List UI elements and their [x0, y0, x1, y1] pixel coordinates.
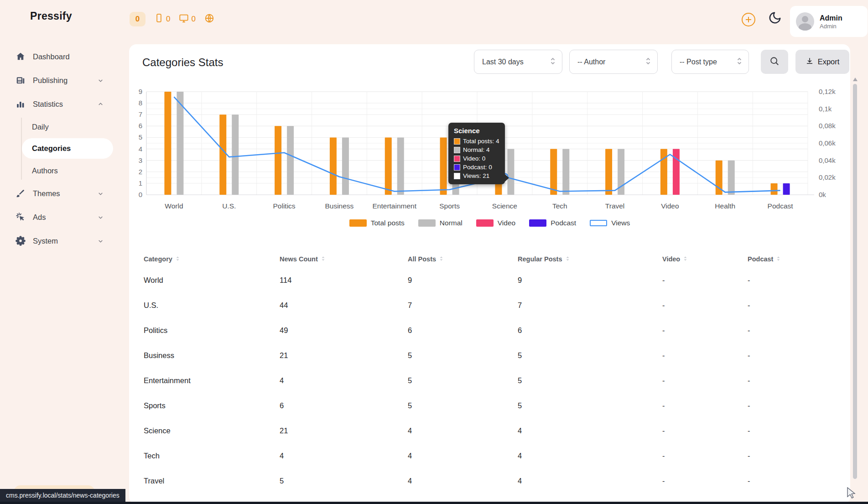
sort-icon[interactable] — [176, 255, 180, 263]
table-cell: 9 — [518, 276, 662, 285]
legend-item-podcast[interactable]: Podcast — [529, 219, 576, 227]
table-row[interactable]: World11499-- — [144, 268, 831, 293]
tooltip-row-text: Views: 21 — [463, 172, 489, 179]
table-header: CategoryNews CountAll PostsRegular Posts… — [144, 250, 831, 268]
svg-text:Video: Video — [661, 202, 679, 210]
sidebar-item-statistics[interactable]: Statistics — [0, 92, 114, 116]
column-header-regular-posts[interactable]: Regular Posts — [518, 255, 662, 263]
sidebar-subitem-daily[interactable]: Daily — [22, 116, 113, 138]
column-header-category[interactable]: Category — [144, 255, 280, 263]
mobile-counter[interactable]: 0 — [154, 13, 170, 25]
bar[interactable] — [728, 161, 735, 195]
table-cell: U.S. — [144, 301, 280, 310]
bar[interactable] — [771, 183, 778, 195]
bar[interactable] — [507, 149, 514, 195]
bar[interactable] — [164, 92, 171, 195]
table-row[interactable]: Science2144-- — [144, 418, 831, 443]
table-cell: 4 — [518, 477, 662, 485]
bar[interactable] — [605, 149, 612, 195]
bar[interactable] — [673, 149, 680, 195]
bar[interactable] — [397, 137, 404, 195]
bar[interactable] — [385, 137, 392, 195]
status-url-bar: cms.pressify.local/stats/news-categories — [0, 489, 125, 502]
author-select[interactable]: -- Author — [569, 50, 658, 74]
user-role: Admin — [820, 23, 842, 30]
draft-count-badge[interactable]: 0 — [130, 12, 146, 26]
bar[interactable] — [232, 114, 239, 195]
sort-icon[interactable] — [683, 255, 687, 263]
bar[interactable] — [440, 137, 447, 195]
bar[interactable] — [342, 137, 349, 195]
bar[interactable] — [219, 114, 226, 195]
table-cell: 5 — [518, 351, 662, 360]
language-globe[interactable] — [204, 13, 214, 26]
legend-item-video[interactable]: Video — [476, 219, 515, 227]
svg-text:Podcast: Podcast — [768, 202, 794, 210]
legend-swatch — [590, 220, 607, 226]
tooltip-swatch — [454, 147, 460, 153]
sort-icon[interactable] — [321, 255, 325, 263]
tooltip-arrow — [504, 174, 509, 182]
tooltip-row: Total posts: 4 — [454, 138, 499, 145]
table-row[interactable]: U.S.4477-- — [144, 293, 831, 318]
sidebar-item-system[interactable]: System — [0, 229, 114, 253]
svg-text:0k: 0k — [819, 191, 826, 198]
sidebar-item-publishing[interactable]: Publishing — [0, 68, 114, 92]
dark-mode-toggle[interactable] — [767, 11, 783, 26]
period-select[interactable]: Last 30 days — [474, 50, 562, 74]
table-cell: 49 — [280, 326, 408, 335]
legend-item-normal[interactable]: Normal — [418, 219, 463, 227]
tooltip-row: Podcast: 0 — [454, 164, 499, 171]
desktop-counter[interactable]: 0 — [179, 13, 195, 26]
scrollbar-thumb[interactable] — [853, 84, 857, 479]
user-menu[interactable]: Admin Admin — [790, 6, 868, 37]
table-row[interactable]: Entertainment455-- — [144, 368, 831, 393]
bar[interactable] — [562, 149, 569, 195]
bar[interactable] — [287, 126, 294, 195]
add-button[interactable] — [742, 13, 755, 26]
legend-label: Video — [498, 219, 515, 227]
sidebar-subitem-authors[interactable]: Authors — [22, 160, 113, 182]
legend-item-total-posts[interactable]: Total posts — [349, 219, 405, 227]
chevron-down-icon — [97, 238, 104, 244]
table-row[interactable]: Tech444-- — [144, 443, 831, 468]
sort-icon[interactable] — [776, 255, 780, 263]
status-url: cms.pressify.local/stats/news-categories — [6, 492, 120, 499]
column-header-video[interactable]: Video — [662, 255, 748, 263]
svg-text:2: 2 — [139, 168, 142, 176]
table-row[interactable]: Sports655-- — [144, 393, 831, 418]
svg-text:U.S.: U.S. — [222, 202, 236, 210]
table-row[interactable]: Travel544-- — [144, 468, 831, 494]
sidebar-subitem-categories[interactable]: Categories — [22, 138, 113, 159]
bar[interactable] — [275, 126, 281, 195]
bar[interactable] — [330, 137, 337, 195]
desktop-count: 0 — [191, 15, 195, 24]
bar[interactable] — [550, 149, 557, 195]
table-cell: - — [662, 276, 748, 285]
period-select-value: Last 30 days — [482, 58, 524, 66]
legend-item-views[interactable]: Views — [590, 219, 630, 227]
bar[interactable] — [177, 92, 183, 195]
tooltip-swatch — [454, 173, 460, 179]
column-header-podcast[interactable]: Podcast — [748, 255, 831, 263]
svg-text:3: 3 — [139, 156, 142, 164]
table-row[interactable]: Business2155-- — [144, 343, 831, 368]
mobile-icon — [154, 13, 164, 25]
search-button[interactable] — [761, 50, 788, 74]
svg-text:World: World — [165, 202, 183, 210]
export-button[interactable]: Export — [795, 50, 849, 74]
cursor-click-icon — [16, 212, 26, 222]
column-header-news-count[interactable]: News Count — [280, 255, 408, 263]
bar[interactable] — [783, 183, 790, 195]
post-type-select[interactable]: -- Post type — [671, 50, 749, 74]
sidebar-item-themes[interactable]: Themes — [0, 182, 114, 205]
table-row[interactable]: Politics4966-- — [144, 318, 831, 343]
sidebar-item-ads[interactable]: Ads — [0, 205, 114, 229]
scrollbar-up-arrow[interactable] — [853, 75, 858, 83]
sort-icon[interactable] — [566, 255, 570, 263]
bar[interactable] — [660, 149, 667, 195]
sort-icon[interactable] — [439, 255, 443, 263]
author-select-value: -- Author — [577, 58, 605, 66]
sidebar-item-dashboard[interactable]: Dashboard — [0, 45, 114, 68]
column-header-all-posts[interactable]: All Posts — [408, 255, 518, 263]
